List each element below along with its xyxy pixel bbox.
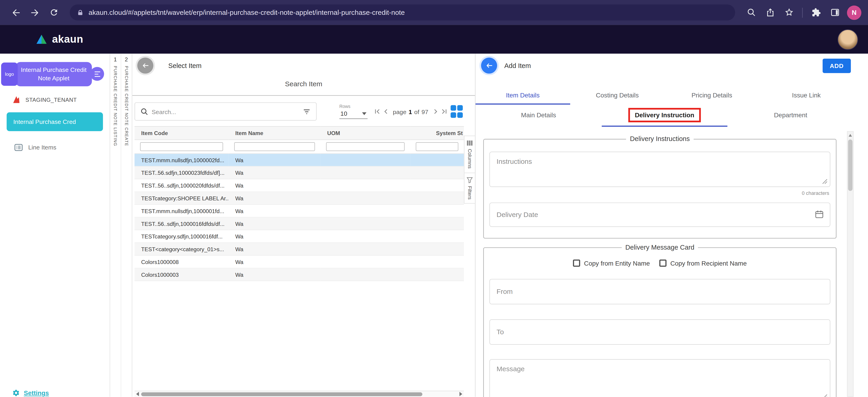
cell-item-name: Wa — [229, 256, 321, 269]
prev-page-button[interactable] — [381, 107, 391, 116]
delivery-message-card-fieldset: Delivery Message Card Copy from Entity N… — [483, 243, 836, 397]
sidebar-item-line-items[interactable]: Line Items — [14, 143, 110, 151]
tab-pricing-details[interactable]: Pricing Details — [664, 87, 759, 105]
forward-icon[interactable] — [27, 5, 43, 20]
back-icon[interactable] — [8, 5, 24, 20]
table-row[interactable]: TESTcategory.sdfjn,1000016fdf... Wa — [134, 230, 464, 243]
rows-label: Rows — [339, 104, 368, 109]
back-button[interactable] — [137, 58, 153, 73]
wizard-stepper: 1 PURCHASE CREDIT NOTE LISTING 2 PURCHAS… — [110, 54, 132, 397]
next-page-button[interactable] — [431, 107, 440, 116]
filters-label: Filters — [467, 186, 472, 199]
subtab-delivery-instruction[interactable]: Delivery Instruction — [602, 104, 727, 127]
checkbox-entity-name[interactable] — [573, 260, 580, 267]
first-page-button[interactable] — [372, 107, 381, 116]
filter-list-icon[interactable] — [303, 108, 311, 115]
akaun-logo[interactable]: akaun — [35, 33, 83, 45]
filter-input-item-name[interactable] — [234, 142, 315, 151]
table-row[interactable]: TEST..56..sdfjn,1000020fdfds/df... Wa — [134, 179, 464, 192]
character-count: 0 characters — [489, 190, 829, 196]
sidebar-item-internal-purchase-credit[interactable]: Internal Purchase Cred — [7, 112, 103, 131]
columns-side-tab[interactable]: Columns — [464, 135, 475, 173]
vertical-scrollbar[interactable] — [847, 131, 854, 397]
side-panel-icon[interactable] — [827, 5, 843, 20]
column-header-item-name[interactable]: Item Name — [229, 126, 321, 140]
red-highlight-box: Delivery Instruction — [628, 108, 701, 122]
column-header-item-code[interactable]: Item Code — [134, 126, 228, 140]
add-button[interactable]: ADD — [823, 58, 851, 73]
tenant-row[interactable]: STAGING_TENANT — [12, 96, 110, 104]
subtab-main-details[interactable]: Main Details — [475, 104, 601, 127]
lock-icon — [77, 9, 84, 16]
horizontal-scrollbar-thumb[interactable] — [141, 392, 422, 396]
resize-handle-icon[interactable] — [822, 179, 828, 184]
instructions-textarea[interactable] — [489, 152, 830, 187]
vertical-scrollbar-thumb[interactable] — [848, 139, 852, 191]
collapse-menu-icon[interactable] — [90, 67, 104, 81]
subtab-department[interactable]: Department — [727, 104, 854, 127]
page-label: page — [393, 108, 406, 115]
toolbar-divider — [802, 7, 803, 18]
table-row[interactable]: Colors1000008 Wa — [134, 256, 464, 269]
step-2-create[interactable]: 2 PURCHASE CREDIT NOTE CREATE — [121, 54, 132, 397]
tab-costing-details[interactable]: Costing Details — [570, 87, 664, 105]
last-page-button[interactable] — [440, 107, 449, 116]
share-icon[interactable] — [762, 5, 778, 20]
filters-side-tab[interactable]: Filters — [464, 173, 475, 204]
grid-view-icon-button[interactable] — [450, 104, 464, 119]
extensions-puzzle-icon[interactable] — [808, 5, 824, 20]
scroll-left-icon[interactable] — [136, 392, 139, 396]
user-profile-avatar[interactable] — [838, 29, 858, 49]
cell-item-name: Wa — [229, 154, 321, 167]
message-textarea[interactable] — [489, 359, 830, 397]
table-row[interactable]: TEST<category<category_01>s... Wa — [134, 243, 464, 256]
step-1-listing[interactable]: 1 PURCHASE CREDIT NOTE LISTING — [110, 54, 121, 397]
checkbox-recipient-name[interactable] — [659, 260, 666, 267]
address-bar[interactable]: akaun.cloud/#/applets/tnt/wavelet/erp/in… — [70, 4, 735, 20]
panel-title: Add Item — [504, 62, 531, 69]
copy-from-entity-option[interactable]: Copy from Entity Name — [573, 260, 650, 267]
search-input[interactable] — [152, 108, 299, 115]
bookmark-star-icon[interactable] — [781, 5, 797, 20]
table-row[interactable]: TESTcategory:SHOPEE LABEL Ar... Wa — [134, 192, 464, 205]
tab-item-details[interactable]: Item Details — [475, 87, 570, 105]
filter-input-uom[interactable] — [326, 142, 405, 151]
delivery-instructions-legend: Delivery Instructions — [626, 135, 693, 143]
applet-title-button[interactable]: Internal Purchase Credit Note Applet — [16, 62, 92, 86]
tab-issue-link[interactable]: Issue Link — [759, 87, 854, 105]
scroll-up-icon[interactable] — [848, 134, 852, 137]
column-header-system-status[interactable]: System St — [410, 126, 464, 140]
filter-input-item-code[interactable] — [140, 142, 223, 151]
reload-icon[interactable] — [46, 5, 61, 20]
table-row[interactable]: TEST.mmm.nullsdfjn,1000002fd... Wa — [134, 154, 464, 167]
filter-input-system-status[interactable] — [415, 142, 458, 151]
cell-item-name: Wa — [229, 243, 321, 256]
table-row[interactable]: TEST..56..sdfjn,1000016fdfds/df... Wa — [134, 218, 464, 230]
column-header-uom[interactable]: UOM — [320, 126, 410, 140]
cell-item-name: Wa — [229, 179, 321, 192]
calendar-icon[interactable] — [815, 210, 824, 219]
cell-item-code: TEST..56.sdfjn,1000023fdfds/df]... — [134, 167, 228, 179]
table-row[interactable]: Colors1000003 Wa — [134, 268, 464, 281]
search-icon[interactable] — [743, 5, 759, 20]
to-input[interactable] — [489, 319, 830, 345]
copy-from-recipient-option[interactable]: Copy from Recipient Name — [659, 260, 747, 267]
url-text: akaun.cloud/#/applets/tnt/wavelet/erp/in… — [89, 9, 405, 16]
step-1-label: PURCHASE CREDIT NOTE LISTING — [113, 66, 118, 146]
cell-item-name: Wa — [229, 230, 321, 243]
browser-profile-avatar[interactable]: N — [847, 5, 861, 20]
app-header: akaun — [0, 25, 868, 54]
applet-logo-placeholder: logo — [1, 63, 18, 86]
rows-per-page-select[interactable]: Rows 10 — [339, 104, 368, 119]
delivery-date-input[interactable] — [489, 203, 830, 227]
horizontal-scrollbar[interactable] — [134, 391, 464, 397]
cell-item-code: TESTcategory.sdfjn,1000016fdf... — [134, 230, 228, 243]
back-button-add-item[interactable] — [481, 58, 497, 73]
from-input[interactable] — [489, 279, 830, 304]
sidebar-item-settings[interactable]: Settings — [12, 389, 49, 397]
table-row[interactable]: TEST..56.sdfjn,1000023fdfds/df]... Wa — [134, 167, 464, 179]
scroll-right-icon[interactable] — [460, 392, 462, 396]
resize-handle-icon[interactable] — [822, 394, 828, 397]
cell-item-name: Wa — [229, 268, 321, 281]
table-row[interactable]: TEST.mmm.nullsdfjn,1000001fd... Wa — [134, 205, 464, 218]
